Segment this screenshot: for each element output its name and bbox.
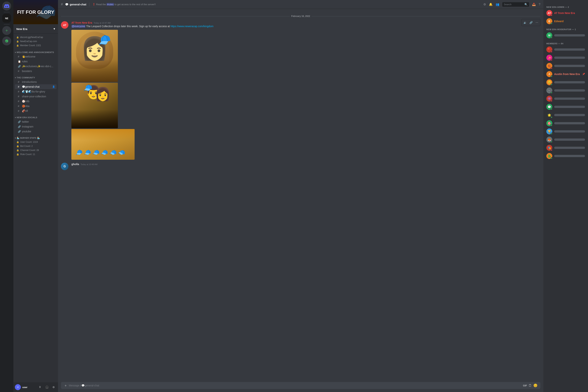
- member-mod-status: [551, 37, 553, 38]
- member-11[interactable]: 🏆: [545, 127, 587, 136]
- channel-share-collection[interactable]: # share-your-collection: [15, 94, 56, 99]
- category-community[interactable]: ▾ THE COMMUNITY: [13, 74, 58, 80]
- server-name: New Era: [16, 27, 27, 30]
- deafen-button[interactable]: 🎧: [44, 384, 50, 390]
- lock-icon-2: 🔒: [16, 40, 19, 42]
- hashgear-icon[interactable]: ⚙: [483, 2, 486, 6]
- category-socials[interactable]: ▾ NEW ERA SOCIALS: [13, 113, 58, 119]
- member-2-status: [551, 59, 553, 61]
- member-edward[interactable]: E Edward: [545, 17, 587, 25]
- link-copy-button[interactable]: 🔗: [528, 20, 534, 25]
- notification-bell-icon[interactable]: 🔔: [489, 2, 493, 6]
- channel-instagram[interactable]: 🔗 instagram: [15, 124, 56, 129]
- channel-introductions[interactable]: # introductions: [15, 80, 56, 84]
- channel-exclusives[interactable]: 🔗 ✨exclusives✨nec-dot-c...: [15, 64, 56, 69]
- lock-icon-stat2: 🔒: [16, 145, 19, 148]
- channel-welcome[interactable]: # 👋welcome: [15, 54, 56, 59]
- channel-emoji-icon: 💬: [65, 3, 69, 6]
- at-avatar: AT: [61, 21, 68, 29]
- gif-button[interactable]: GIF: [523, 384, 527, 387]
- category-stats[interactable]: ▾ 🏪 SERVER STATS 🏪: [13, 134, 58, 140]
- category-welcome[interactable]: ▾ WELCOME AND ANNOUNCEMENTS: [13, 48, 58, 54]
- member-2-name: [554, 56, 585, 59]
- channel-nfl[interactable]: # 🏈nfl: [15, 108, 56, 113]
- member-edward-name: Edward: [554, 20, 585, 23]
- search-input[interactable]: [504, 3, 523, 6]
- header-divider: [89, 2, 89, 6]
- member-at-status: [551, 14, 553, 16]
- member-9-name: [554, 114, 585, 116]
- plus-button[interactable]: ＋: [64, 383, 67, 388]
- member-5[interactable]: 😊: [545, 78, 587, 86]
- server-icon-new-era[interactable]: NE: [2, 14, 11, 23]
- member-8-name: [554, 106, 585, 108]
- gholla-author-name: gholla: [71, 163, 79, 166]
- member-12-status: [551, 141, 553, 143]
- channel-youtube[interactable]: 🔗 youtube: [15, 129, 56, 134]
- member-13[interactable]: 🎭: [545, 144, 587, 152]
- emoji-button[interactable]: 😊: [533, 384, 537, 388]
- message-input[interactable]: [69, 382, 521, 389]
- mute-button[interactable]: 🎙: [37, 384, 43, 390]
- members-category-mod: NEW ERA MODERATOR — 1: [545, 25, 587, 31]
- link-icon: 🔗: [18, 65, 21, 68]
- channel-user-icon: 👤: [52, 86, 55, 88]
- member-10-status: [551, 124, 553, 126]
- channel-twitter[interactable]: 🔗 twitter: [15, 119, 56, 124]
- member-mod-name-blurred: [554, 34, 585, 36]
- more-options-button[interactable]: ⋯: [534, 20, 540, 25]
- channel-boosters[interactable]: # boosters: [15, 69, 56, 74]
- inbox-icon[interactable]: 📥: [532, 2, 536, 6]
- member-10-avatar: 🎯: [546, 120, 552, 126]
- channel-fits[interactable]: # 🌊👕🌊fits-for-glory: [15, 89, 56, 94]
- member-9[interactable]: 🌟: [545, 111, 587, 119]
- discord-home-icon[interactable]: [2, 2, 11, 10]
- members-icon[interactable]: 👥: [496, 2, 499, 6]
- hash-icon-share: #: [18, 95, 21, 98]
- member-8[interactable]: 💬: [545, 103, 587, 111]
- sticker-button[interactable]: 🗒: [529, 384, 532, 388]
- lock-icon-stat3: 🔒: [16, 149, 19, 152]
- channel-general-chat[interactable]: # 💬general-chat 👤: [15, 84, 56, 89]
- search-bar[interactable]: 🔍: [502, 2, 529, 7]
- settings-button[interactable]: ⚙: [51, 384, 56, 390]
- member-3-avatar: 🏀: [546, 63, 552, 69]
- member-3[interactable]: 🏀: [545, 62, 587, 70]
- member-mod-avatar: M: [546, 32, 552, 38]
- member-7[interactable]: 👾: [545, 94, 587, 103]
- member-at-name: AT from New Era: [554, 12, 585, 14]
- leopard-link[interactable]: https://www.neweracap.com/kingdom: [171, 25, 213, 28]
- link-icon-youtube: 🔗: [18, 130, 21, 133]
- member-10[interactable]: 🎯: [545, 119, 587, 127]
- category-label: WELCOME AND ANNOUNCEMENTS: [17, 51, 54, 54]
- stat-channel-count: 🔒 Channel Count: 28: [13, 148, 58, 152]
- message-group-at: 🔉 🔗 ⋯ AT AT from New Era Today at 10:47 …: [58, 20, 543, 160]
- category-socials-label: NEW ERA SOCIALS: [17, 116, 37, 118]
- member-mod-1[interactable]: M: [545, 31, 587, 40]
- member-6[interactable]: 🎮: [545, 86, 587, 94]
- explore-servers-button[interactable]: [2, 36, 11, 46]
- member-1[interactable]: [545, 46, 587, 54]
- member-2[interactable]: ✨: [545, 54, 587, 62]
- channel-nba[interactable]: # 🏀nba: [15, 104, 56, 108]
- member-7-status: [551, 100, 553, 102]
- member-at[interactable]: AT AT from New Era: [545, 9, 587, 17]
- server-header[interactable]: New Era ▾: [13, 24, 58, 34]
- react-button[interactable]: 🔉: [522, 20, 528, 25]
- member-austin[interactable]: A Austin from New Era 📌: [545, 70, 587, 78]
- rules-link[interactable]: #rules: [107, 3, 114, 6]
- member-14[interactable]: 🐉: [545, 152, 587, 160]
- add-server-button[interactable]: +: [2, 26, 11, 35]
- member-12[interactable]: 🦊: [545, 136, 587, 144]
- search-icon: 🔍: [524, 3, 528, 6]
- channel-mlb[interactable]: # ⚾mlb: [15, 99, 56, 104]
- member-austin-name: Austin from New Era: [554, 72, 580, 76]
- at-message-header: AT from New Era Today at 10:47 AM: [71, 21, 540, 24]
- hash-icon-intro: #: [18, 80, 21, 84]
- help-icon[interactable]: ?: [539, 3, 540, 6]
- category-stats-label: 🏪 SERVER STATS 🏪: [17, 137, 40, 139]
- channel-rules[interactable]: 📋 rules: [15, 59, 56, 64]
- divider-line-left: [61, 16, 290, 16]
- svg-text:AT: AT: [63, 24, 66, 26]
- divider-line-right: [312, 16, 540, 16]
